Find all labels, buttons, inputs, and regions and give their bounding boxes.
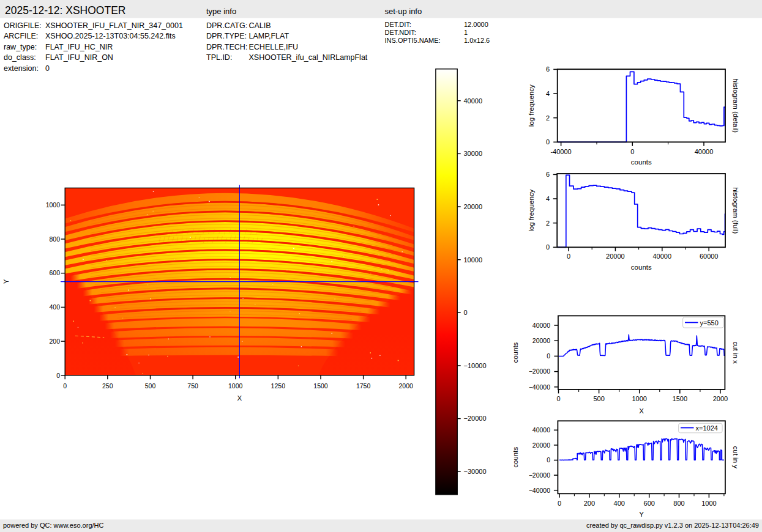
svg-text:XSHOOTER_ifu_cal_NIRLampFlat: XSHOOTER_ifu_cal_NIRLampFlat xyxy=(249,53,368,62)
svg-text:counts: counts xyxy=(631,158,652,166)
svg-text:800: 800 xyxy=(49,235,60,243)
svg-text:histogram (detail): histogram (detail) xyxy=(732,78,739,133)
svg-text:0: 0 xyxy=(558,500,561,507)
svg-text:2000: 2000 xyxy=(399,382,414,390)
svg-text:−30000: −30000 xyxy=(464,468,487,475)
svg-text:counts: counts xyxy=(512,447,519,468)
svg-text:histogram (full): histogram (full) xyxy=(732,187,739,234)
svg-text:DPR.CATG:: DPR.CATG: xyxy=(206,21,247,30)
svg-text:INS.OPTI5.NAME:: INS.OPTI5.NAME: xyxy=(385,37,441,44)
svg-text:Y: Y xyxy=(2,279,10,284)
svg-text:XSHOOTER_IFU_FLAT_NIR_347_0001: XSHOOTER_IFU_FLAT_NIR_347_0001 xyxy=(45,21,183,30)
svg-text:500: 500 xyxy=(593,395,604,402)
svg-text:CALIB: CALIB xyxy=(249,21,271,30)
svg-text:1000: 1000 xyxy=(228,382,243,390)
svg-text:6: 6 xyxy=(546,171,550,178)
svg-text:set-up info: set-up info xyxy=(385,7,422,16)
svg-text:1: 1 xyxy=(464,29,468,36)
svg-text:DET.DIT:: DET.DIT: xyxy=(385,21,411,28)
svg-text:40000: 40000 xyxy=(532,426,550,434)
svg-text:−40000: −40000 xyxy=(529,383,550,391)
svg-text:200: 200 xyxy=(584,500,595,507)
svg-text:20000: 20000 xyxy=(606,253,625,260)
svg-text:ARCFILE:: ARCFILE: xyxy=(4,32,38,40)
svg-text:type info: type info xyxy=(206,7,236,16)
svg-text:DPR.TYPE:: DPR.TYPE: xyxy=(206,32,247,40)
svg-text:800: 800 xyxy=(673,500,684,507)
svg-text:4: 4 xyxy=(546,90,550,97)
svg-text:TPL.ID:: TPL.ID: xyxy=(206,53,232,62)
svg-text:log frequency: log frequency xyxy=(528,84,536,127)
svg-text:40000: 40000 xyxy=(532,322,550,329)
svg-text:DET.NDIT:: DET.NDIT: xyxy=(385,29,416,36)
svg-text:1.0x12.6: 1.0x12.6 xyxy=(464,37,490,44)
svg-text:Y: Y xyxy=(639,511,644,518)
svg-text:counts: counts xyxy=(512,342,519,363)
svg-text:0: 0 xyxy=(567,253,570,260)
svg-text:0: 0 xyxy=(547,456,550,464)
svg-text:created by qc_rawdisp.py v1.2.: created by qc_rawdisp.py v1.2.3 on 2025-… xyxy=(586,522,759,529)
svg-text:20000: 20000 xyxy=(464,203,483,210)
svg-text:1500: 1500 xyxy=(673,395,687,402)
svg-text:250: 250 xyxy=(102,382,113,390)
svg-text:1000: 1000 xyxy=(701,500,716,507)
svg-text:10000: 10000 xyxy=(464,256,483,264)
svg-text:x=1024: x=1024 xyxy=(696,424,718,432)
svg-text:−40000: −40000 xyxy=(529,487,550,494)
svg-text:200: 200 xyxy=(49,338,60,345)
svg-text:extension:: extension: xyxy=(4,64,39,73)
svg-text:FLAT_IFU_NIR_ON: FLAT_IFU_NIR_ON xyxy=(45,53,113,62)
svg-text:6: 6 xyxy=(546,65,550,73)
svg-text:2025-12-12: XSHOOTER: 2025-12-12: XSHOOTER xyxy=(5,4,125,17)
svg-text:-40000: -40000 xyxy=(550,148,571,155)
svg-text:do_class:: do_class: xyxy=(4,53,36,62)
svg-text:ORIGFILE:: ORIGFILE: xyxy=(4,21,42,30)
svg-text:1250: 1250 xyxy=(271,382,286,390)
svg-text:40000: 40000 xyxy=(653,253,672,260)
svg-text:400: 400 xyxy=(614,500,625,507)
svg-text:1000: 1000 xyxy=(46,201,61,209)
svg-text:40000: 40000 xyxy=(464,97,483,105)
svg-text:40000: 40000 xyxy=(695,148,714,155)
svg-text:X: X xyxy=(237,394,242,402)
svg-text:0: 0 xyxy=(56,372,60,379)
svg-text:DPR.TECH:: DPR.TECH: xyxy=(206,43,247,51)
svg-text:−20000: −20000 xyxy=(529,368,550,375)
svg-text:2: 2 xyxy=(546,114,550,122)
svg-text:LAMP,FLAT: LAMP,FLAT xyxy=(249,32,289,40)
svg-text:log frequency: log frequency xyxy=(528,189,536,231)
svg-text:XSHOO.2025-12-13T03:04:55.242.: XSHOO.2025-12-13T03:04:55.242.fits xyxy=(45,32,176,40)
svg-text:−10000: −10000 xyxy=(464,362,487,369)
svg-text:30000: 30000 xyxy=(464,150,483,157)
svg-text:1500: 1500 xyxy=(313,382,328,390)
svg-text:y=550: y=550 xyxy=(700,319,719,327)
svg-text:cut in y: cut in y xyxy=(732,446,739,469)
svg-text:12.0000: 12.0000 xyxy=(464,21,488,28)
svg-text:powered by QC: www.eso.org/HC: powered by QC: www.eso.org/HC xyxy=(3,522,104,529)
svg-text:1000: 1000 xyxy=(632,395,646,402)
svg-text:−20000: −20000 xyxy=(464,415,487,422)
svg-text:600: 600 xyxy=(644,500,655,507)
svg-text:cut in x: cut in x xyxy=(732,341,739,364)
svg-text:600: 600 xyxy=(49,269,60,276)
svg-text:750: 750 xyxy=(187,382,198,390)
svg-text:500: 500 xyxy=(145,382,156,390)
svg-text:20000: 20000 xyxy=(532,337,550,344)
svg-text:0: 0 xyxy=(63,382,67,390)
svg-text:0: 0 xyxy=(45,64,50,73)
svg-text:0: 0 xyxy=(630,148,634,155)
svg-text:FLAT_IFU_HC_NIR: FLAT_IFU_HC_NIR xyxy=(45,43,113,51)
svg-text:0: 0 xyxy=(546,138,550,146)
svg-text:1750: 1750 xyxy=(356,382,371,390)
svg-text:0: 0 xyxy=(556,395,560,402)
svg-text:ECHELLE,IFU: ECHELLE,IFU xyxy=(249,43,299,51)
svg-text:counts: counts xyxy=(631,264,652,271)
svg-text:2000: 2000 xyxy=(713,395,728,402)
svg-text:raw_type:: raw_type: xyxy=(4,43,37,51)
svg-text:X: X xyxy=(639,407,644,415)
svg-text:60000: 60000 xyxy=(700,253,719,260)
svg-text:20000: 20000 xyxy=(532,441,550,449)
svg-text:0: 0 xyxy=(546,243,550,251)
svg-text:4: 4 xyxy=(546,195,550,202)
svg-text:−20000: −20000 xyxy=(529,471,550,479)
